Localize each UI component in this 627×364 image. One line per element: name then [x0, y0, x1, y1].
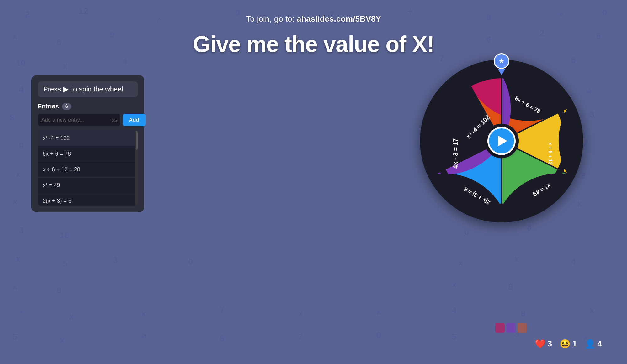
join-info: To join, go to: ahaslides.com/5BV8Y	[246, 14, 381, 24]
entries-header: Entries 6	[38, 103, 138, 110]
add-entry-button[interactable]: Add	[123, 114, 146, 126]
list-item[interactable]: 2(x + 3) = 8	[38, 193, 138, 206]
hearts-count: 3	[548, 339, 552, 349]
users-stat: 👤 4	[585, 339, 602, 349]
laugh-icon: 😆	[560, 339, 571, 349]
pointer-circle: ★	[494, 53, 509, 69]
spin-wheel-area: ★	[420, 60, 583, 222]
list-item[interactable]: 8x + 6 = 78	[38, 146, 138, 162]
svg-rect-1	[506, 323, 516, 333]
entries-label: Entries	[38, 103, 59, 110]
users-icon: 👤	[585, 339, 596, 349]
press-text: Press	[43, 85, 61, 93]
wheel-pointer: ★	[494, 53, 509, 75]
entries-list: x³ -4 = 102 8x + 6 = 78 x ÷ 6 + 12 = 28 …	[38, 131, 138, 206]
list-item[interactable]: x² = 49	[38, 178, 138, 193]
spin-play-button[interactable]	[487, 127, 516, 155]
entries-panel: Press ▶ to spin the wheel Entries 6 25 A…	[31, 75, 144, 212]
heart-icon: ❤️	[535, 339, 546, 349]
add-entry-row: 25 Add	[38, 114, 138, 126]
wheel-label-6: 4x - 3 = 17	[452, 138, 459, 169]
scrollbar-thumb[interactable]	[136, 131, 138, 150]
scrollbar[interactable]	[135, 131, 138, 206]
entries-count-badge: 6	[62, 103, 71, 110]
reactions-stat: 😆 1	[560, 339, 577, 349]
list-item[interactable]: x ÷ 6 + 12 = 28	[38, 162, 138, 178]
svg-rect-2	[517, 323, 527, 333]
join-url: ahaslides.com/5BV8Y	[297, 14, 381, 23]
main-title-area: Give me the value of X!	[6, 28, 621, 60]
main-container: To join, go to: ahaslides.com/5BV8Y Give…	[6, 6, 621, 358]
play-arrow-icon: ▶	[63, 85, 69, 93]
users-count: 4	[598, 339, 602, 349]
laughing-count: 1	[572, 339, 577, 349]
rainbow-strip	[495, 323, 558, 333]
play-icon	[498, 135, 507, 147]
wheel-outer: x³ -4 = 102 8x + 6 = 78 x ÷ 6 + 12 x² = …	[420, 60, 583, 222]
hearts-stat: ❤️ 3	[535, 339, 552, 349]
spin-text: to spin the wheel	[71, 85, 123, 93]
list-item[interactable]: x³ -4 = 102	[38, 131, 138, 146]
wheel-label-3: x ÷ 6 + 12	[548, 142, 553, 165]
star-icon: ★	[498, 57, 505, 65]
wheel-label-2: 8x + 6 = 78	[514, 95, 542, 115]
svg-rect-0	[495, 323, 505, 333]
char-count: 25	[112, 117, 120, 123]
footer-stats: ❤️ 3 😆 1 👤 4	[535, 339, 602, 349]
entry-input[interactable]	[38, 114, 112, 126]
entry-input-wrapper: 25	[38, 114, 120, 126]
header: To join, go to: ahaslides.com/5BV8Y	[6, 6, 621, 28]
slide-title: Give me the value of X!	[9, 31, 618, 57]
pointer-triangle	[498, 69, 505, 75]
join-text-label: To join, go to:	[246, 14, 297, 23]
press-to-spin-label: Press ▶ to spin the wheel	[38, 81, 138, 97]
